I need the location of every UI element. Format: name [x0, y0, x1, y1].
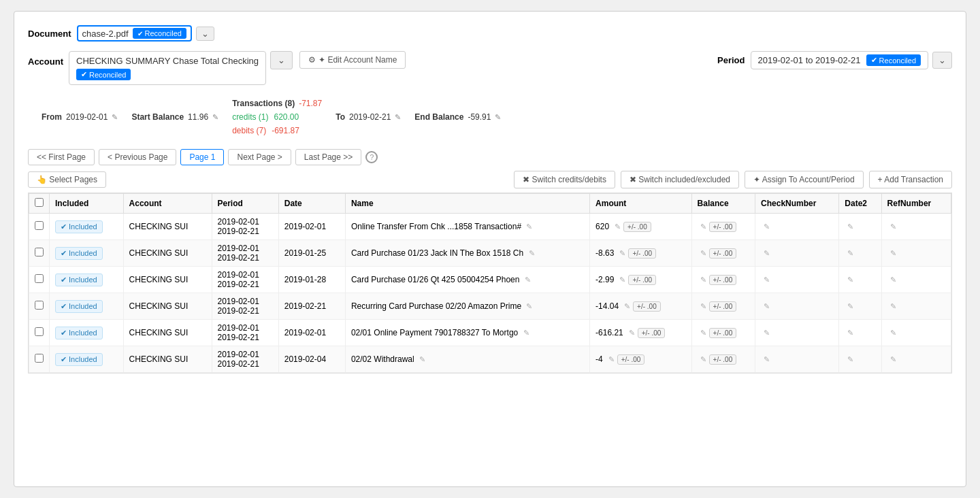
- balance-edit-icon-5[interactable]: ✎: [700, 355, 706, 364]
- balance-edit-icon-3[interactable]: ✎: [700, 302, 706, 311]
- header-account: Account: [123, 194, 212, 214]
- row-name-4: 02/01 Online Payment 7901788327 To Mortg…: [345, 320, 589, 346]
- amount-plusminus-4[interactable]: +/- .00: [638, 328, 666, 338]
- edit-account-button[interactable]: ⚙ ✦ Edit Account Name: [299, 51, 406, 69]
- row-check-1[interactable]: [35, 248, 44, 256]
- balance-edit-icon-2[interactable]: ✎: [700, 276, 706, 284]
- row-check-2[interactable]: [35, 274, 44, 283]
- checknumber-edit-icon-4[interactable]: ✎: [764, 329, 770, 337]
- name-edit-icon-1[interactable]: ✎: [529, 249, 535, 257]
- balance-plusminus-3[interactable]: +/- .00: [709, 301, 737, 312]
- name-edit-icon-5[interactable]: ✎: [419, 355, 425, 363]
- balance-edit-icon-1[interactable]: ✎: [700, 249, 706, 258]
- amount-plusminus-0[interactable]: +/- .00: [623, 222, 651, 232]
- header-name: Name: [345, 194, 589, 214]
- row-check-4[interactable]: [35, 327, 44, 336]
- balance-plusminus-2[interactable]: +/- .00: [709, 275, 737, 285]
- balance-plusminus-4[interactable]: +/- .00: [709, 328, 737, 338]
- switch-credits-button[interactable]: ✖ Switch credits/debits: [514, 171, 615, 188]
- row-amount-5: -4 ✎ +/- .00: [590, 346, 692, 373]
- amount-edit-icon-2[interactable]: ✎: [619, 276, 625, 284]
- next-page-button[interactable]: Next Page >: [228, 149, 291, 165]
- balance-edit-icon-0[interactable]: ✎: [700, 222, 706, 231]
- refnumber-edit-icon-2[interactable]: ✎: [890, 276, 896, 284]
- account-check-icon: ✔: [81, 70, 87, 79]
- check-icon: ✔: [137, 30, 143, 37]
- select-all-checkbox[interactable]: [35, 198, 44, 207]
- prev-page-button[interactable]: < Previous Page: [99, 149, 176, 165]
- refnumber-edit-icon-4[interactable]: ✎: [890, 329, 896, 337]
- name-edit-icon-3[interactable]: ✎: [526, 302, 532, 310]
- refnumber-edit-icon-0[interactable]: ✎: [890, 222, 896, 231]
- row-balance-1: ✎ +/- .00: [691, 240, 755, 267]
- date2-edit-icon-2[interactable]: ✎: [847, 276, 853, 284]
- from-date: 2019-02-01: [66, 112, 108, 122]
- date2-edit-icon-1[interactable]: ✎: [847, 249, 853, 257]
- name-edit-icon-4[interactable]: ✎: [523, 329, 529, 337]
- row-checknumber-0: ✎: [755, 214, 839, 240]
- refnumber-edit-icon-5[interactable]: ✎: [890, 355, 896, 363]
- row-checknumber-1: ✎: [755, 240, 839, 267]
- document-filename: chase-2.pdf: [82, 29, 129, 39]
- row-name-5: 02/02 Withdrawal ✎: [345, 346, 589, 373]
- to-edit-icon[interactable]: ✎: [395, 113, 401, 122]
- amount-plusminus-5[interactable]: +/- .00: [617, 354, 645, 365]
- last-page-button[interactable]: Last Page >>: [295, 149, 361, 165]
- amount-edit-icon-3[interactable]: ✎: [624, 302, 630, 311]
- start-balance-edit-icon[interactable]: ✎: [212, 113, 218, 122]
- checknumber-edit-icon-2[interactable]: ✎: [764, 276, 770, 284]
- date2-edit-icon-4[interactable]: ✎: [847, 329, 853, 337]
- balance-edit-icon-4[interactable]: ✎: [700, 329, 706, 337]
- add-transaction-button[interactable]: + Add Transaction: [869, 171, 952, 188]
- period-range: 2019-02-01 to 2019-02-21: [758, 55, 861, 65]
- account-reconciled-label: Reconciled: [89, 71, 126, 79]
- account-dropdown[interactable]: ⌄: [270, 51, 293, 69]
- row-check-3[interactable]: [35, 301, 44, 310]
- amount-plusminus-3[interactable]: +/- .00: [633, 301, 661, 312]
- refnumber-edit-icon-1[interactable]: ✎: [890, 249, 896, 257]
- checknumber-edit-icon-3[interactable]: ✎: [764, 302, 770, 310]
- start-balance-label: Start Balance: [131, 112, 184, 122]
- amount-plusminus-2[interactable]: +/- .00: [628, 275, 656, 285]
- name-edit-icon-2[interactable]: ✎: [525, 276, 531, 284]
- balance-plusminus-5[interactable]: +/- .00: [709, 354, 737, 365]
- refnumber-edit-icon-3[interactable]: ✎: [890, 302, 896, 310]
- period-end-2: 2019-02-21: [218, 280, 273, 289]
- header-checknumber: CheckNumber: [755, 194, 839, 214]
- select-pages-button[interactable]: 👆 Select Pages: [28, 171, 106, 188]
- amount-edit-icon-1[interactable]: ✎: [619, 249, 625, 258]
- balance-plusminus-0[interactable]: +/- .00: [709, 222, 737, 232]
- date2-edit-icon-0[interactable]: ✎: [847, 222, 853, 231]
- date2-edit-icon-3[interactable]: ✎: [847, 302, 853, 310]
- switch-included-button[interactable]: ✖ Switch included/excluded: [621, 171, 739, 188]
- amount-value-1: -8.63: [595, 248, 614, 258]
- period-section: Period 2019-02-01 to 2019-02-21 ✔ Reconc…: [717, 51, 952, 69]
- help-icon[interactable]: ?: [365, 151, 378, 163]
- date2-edit-icon-5[interactable]: ✎: [847, 355, 853, 363]
- table-header-row: Included Account Period Date Name Amount…: [29, 194, 951, 214]
- amount-edit-icon-4[interactable]: ✎: [629, 329, 635, 337]
- from-edit-icon[interactable]: ✎: [112, 113, 118, 122]
- first-page-button[interactable]: << First Page: [28, 149, 95, 165]
- header-period: Period: [212, 194, 278, 214]
- row-check-5[interactable]: [35, 354, 44, 363]
- row-check-0[interactable]: [35, 221, 44, 230]
- checknumber-edit-icon-0[interactable]: ✎: [764, 222, 770, 231]
- row-name-3: Recurring Card Purchase 02/20 Amazon Pri…: [345, 293, 589, 320]
- document-dropdown[interactable]: ⌄: [196, 27, 214, 41]
- checknumber-edit-icon-5[interactable]: ✎: [764, 355, 770, 363]
- balance-plusminus-1[interactable]: +/- .00: [709, 248, 737, 259]
- amount-plusminus-1[interactable]: +/- .00: [628, 248, 656, 259]
- row-date2-2: ✎: [839, 267, 881, 293]
- amount-edit-icon-5[interactable]: ✎: [608, 355, 615, 364]
- document-reconciled-badge: ✔ Reconciled: [133, 28, 186, 39]
- checknumber-edit-icon-1[interactable]: ✎: [764, 249, 770, 257]
- amount-edit-icon-0[interactable]: ✎: [615, 222, 621, 231]
- assign-button[interactable]: ✦ Assign To Account/Period: [745, 171, 864, 188]
- header-included: Included: [50, 194, 124, 214]
- end-balance-edit-icon[interactable]: ✎: [495, 113, 501, 122]
- current-page-button[interactable]: Page 1: [180, 149, 224, 165]
- name-edit-icon-0[interactable]: ✎: [526, 222, 532, 231]
- period-dropdown[interactable]: ⌄: [932, 52, 952, 69]
- transactions-table-wrapper: Included Account Period Date Name Amount…: [28, 193, 952, 374]
